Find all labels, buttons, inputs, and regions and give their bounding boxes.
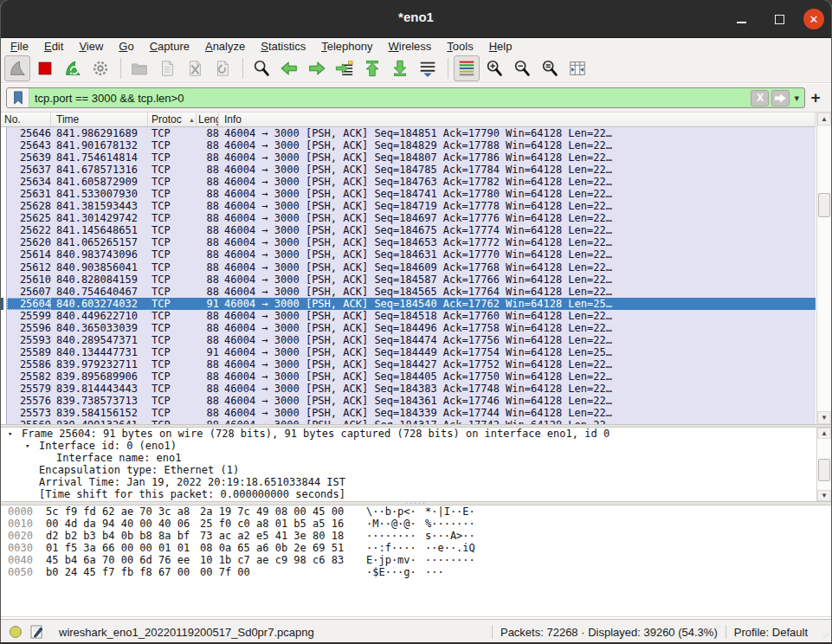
expander-icon[interactable]: ▾ [8,428,22,440]
scroll-down-button[interactable]: ▼ [817,490,831,501]
hex-row[interactable]: 00005c f9 fd 62 ae 70 3c a82a 19 7c 49 0… [1,506,831,518]
column-header-leng[interactable]: Leng [197,113,219,126]
hex-row[interactable]: 0020d2 b2 b3 b4 0b b8 8a bf73 ac a2 e5 4… [1,530,831,542]
maximize-button[interactable] [769,9,790,29]
menu-wireless[interactable]: Wireless [381,39,440,54]
menu-analyze[interactable]: Analyze [197,39,253,54]
detail-line[interactable]: [Time shift for this packet: 0.000000000… [1,488,816,500]
zoom-in-button[interactable] [481,55,507,81]
hex-row[interactable]: 004045 b4 6a 70 00 6d 76 ee10 1b c7 ae c… [1,554,831,566]
minimize-button[interactable] [731,9,751,29]
filter-input[interactable] [29,88,751,107]
start-capture-button[interactable] [4,55,30,81]
colorize-button[interactable] [454,55,480,81]
close-button[interactable]: ✕ [803,9,824,29]
packet-row[interactable]: 25607840.754640467TCP8846004 → 3000 [PSH… [1,286,816,298]
menu-tools[interactable]: Tools [439,39,480,54]
filter-bookmark-button[interactable] [7,88,29,107]
filter-dropdown-caret[interactable]: ▾ [792,93,804,104]
packet-row[interactable]: 25593840.289547371TCP8846004 → 3000 [PSH… [1,334,816,346]
resize-columns-button[interactable] [564,55,590,81]
packet-row[interactable]: 25573839.584156152TCP8846004 → 3000 [PSH… [1,407,816,419]
packet-row[interactable]: 25582839.895689906TCP8846004 → 3000 [PSH… [1,370,816,383]
detail-line[interactable]: Interface name: eno1 [1,452,816,464]
packet-row[interactable]: 25576839.738573713TCP8846004 → 3000 [PSH… [1,395,816,407]
column-header-no[interactable]: No. [1,113,51,126]
packet-list-scrollbar[interactable]: ▲ ▼ [816,113,831,424]
close-file-button[interactable] [182,55,208,81]
packet-row[interactable]: 25586839.979232711TCP8846004 → 3000 [PSH… [1,358,816,370]
capture-comment-button[interactable] [30,625,43,639]
packet-row[interactable]: 25622841.145648651TCP8846004 → 3000 [PSH… [1,224,816,236]
detail-line[interactable]: Arrival Time: Jan 19, 2022 20:19:18.6510… [1,476,816,488]
scroll-up-button[interactable]: ▲ [817,428,831,439]
column-header-protoc[interactable]: Protoc▲ [148,113,197,126]
apply-filter-button[interactable] [771,90,790,106]
packet-row[interactable]: 25639841.754614814TCP8846004 → 3000 [PSH… [1,151,816,164]
profile-selector[interactable]: Profile: Default [734,626,808,639]
menu-edit[interactable]: Edit [36,39,71,54]
packet-row[interactable]: 25643841.901678132TCP8846004 → 3000 [PSH… [1,139,816,151]
detail-line[interactable]: ▾Frame 25604: 91 bytes on wire (728 bits… [1,428,816,440]
packet-row[interactable]: 25631841.533007930TCP8846004 → 3000 [PSH… [1,188,816,200]
menu-view[interactable]: View [71,39,111,54]
detail-line[interactable]: ▾Interface id: 0 (eno1) [1,440,816,452]
column-header-time[interactable]: Time [51,113,148,126]
menu-capture[interactable]: Capture [142,39,197,54]
expert-info-icon[interactable] [10,626,22,638]
cell-info: 46004 → 3000 [PSH, ACK] Seq=184697 Ack=1… [219,212,816,224]
scrollbar-thumb[interactable] [818,193,830,217]
scrollbar-thumb[interactable] [818,459,830,481]
packet-row[interactable]: 25620841.065265157TCP8846004 → 3000 [PSH… [1,236,816,248]
packet-row[interactable]: 25610840.828084159TCP8846004 → 3000 [PSH… [1,274,816,286]
menu-telephony[interactable]: Telephony [313,39,380,54]
detail-line[interactable]: Encapsulation type: Ethernet (1) [1,464,816,476]
scroll-down-button[interactable]: ▼ [817,411,831,424]
auto-scroll-button[interactable] [415,55,441,81]
hex-row[interactable]: 003001 f5 3a 66 00 00 01 0108 0a 65 a6 0… [1,542,831,554]
hex-row[interactable]: 001000 4d da 94 40 00 40 0625 f0 c0 a8 0… [1,518,831,530]
zoom-out-button[interactable] [509,55,535,81]
save-file-button[interactable] [154,55,180,81]
cell-protocol: TCP [148,310,197,322]
packet-row[interactable]: 25589840.134447731TCP9146004 → 3000 [PSH… [1,346,816,358]
resize-grip[interactable]: ··· [820,629,831,641]
open-file-button[interactable] [126,55,152,81]
packet-row[interactable]: 25646841.986291689TCP8846004 → 3000 [PSH… [1,127,816,139]
first-packet-button[interactable] [359,55,385,81]
packet-row[interactable]: 25625841.301429742TCP8846004 → 3000 [PSH… [1,212,816,224]
packet-row[interactable]: 25637841.678571316TCP8846004 → 3000 [PSH… [1,164,816,176]
details-scrollbar[interactable]: ▲ ▼ [816,428,831,501]
add-filter-button[interactable]: + [805,88,826,107]
last-packet-button[interactable] [387,55,413,81]
menu-help[interactable]: Help [481,39,520,54]
go-to-packet-button[interactable] [332,55,358,81]
packet-row[interactable]: 25579839.814443443TCP8846004 → 3000 [PSH… [1,383,816,395]
packet-row[interactable]: 25628841.381593443TCP8846004 → 3000 [PSH… [1,200,816,212]
menu-statistics[interactable]: Statistics [253,39,313,54]
stop-capture-button[interactable] [32,55,58,81]
hex-ascii2: ········ [425,554,475,566]
packet-row[interactable]: 25596840.365033039TCP8846004 → 3000 [PSH… [1,322,816,334]
clear-filter-button[interactable]: X [751,90,769,106]
find-packet-button[interactable] [248,55,274,81]
expander-icon[interactable]: ▾ [25,440,39,452]
capture-options-button[interactable] [87,55,113,81]
previous-packet-button[interactable] [276,55,302,81]
reload-file-button[interactable] [210,55,235,81]
menu-go[interactable]: Go [111,39,141,54]
zoom-reset-button[interactable] [537,55,563,81]
next-packet-button[interactable] [304,55,330,81]
scroll-up-button[interactable]: ▲ [817,113,831,126]
hex-offset: 0030 [8,542,46,554]
packet-row-selected[interactable]: 25604840.603274032TCP9146004 → 3000 [PSH… [1,298,816,310]
packet-row[interactable]: 25599840.449622710TCP8846004 → 3000 [PSH… [1,310,816,322]
column-header-info[interactable]: Info [219,113,816,126]
packet-row[interactable]: 25612840.903856041TCP8846004 → 3000 [PSH… [1,261,816,274]
menu-file[interactable]: File [3,39,36,54]
packet-row[interactable]: 25634841.605872909TCP8846004 → 3000 [PSH… [1,176,816,188]
cell-length: 88 [197,176,219,188]
restart-capture-button[interactable] [60,55,86,81]
packet-row[interactable]: 25614840.983743096TCP8846004 → 3000 [PSH… [1,248,816,261]
hex-row[interactable]: 0050b0 24 45 f7 fb f8 67 0000 7f 00·$E··… [1,566,831,578]
